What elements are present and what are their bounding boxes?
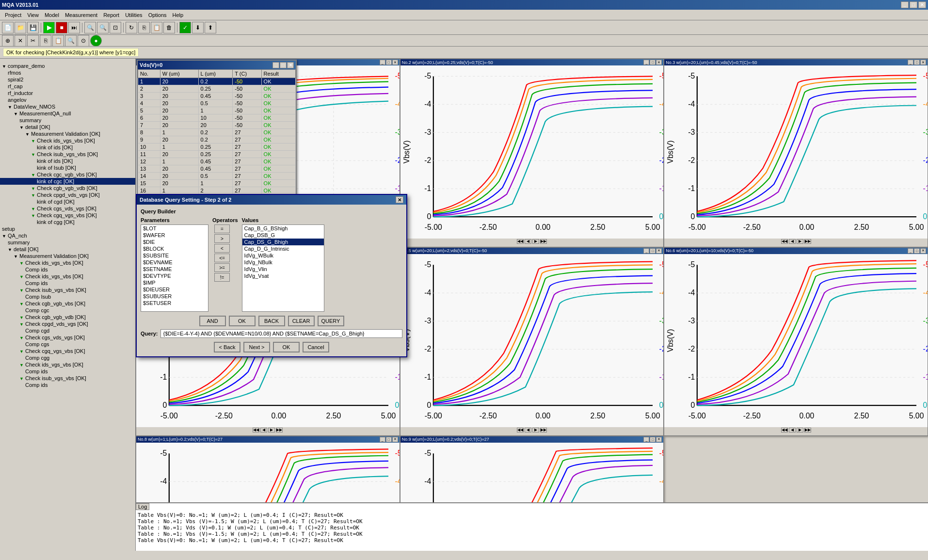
tree-qa-comp-cgs[interactable]: Comp cgs [0, 341, 135, 348]
param-item[interactable]: $DIE [141, 239, 208, 245]
query-btn[interactable]: QUERY [318, 316, 344, 326]
tree-qa-detail[interactable]: ▼ detail [OK] [0, 246, 135, 253]
tree-qa-check-ids3[interactable]: ▼ Check ids_vgs_vbs [OK] [0, 361, 135, 368]
graph-7-close[interactable]: ✕ [392, 437, 398, 442]
run-btn[interactable]: ▶ [43, 22, 55, 33]
fit-btn[interactable]: ⊡ [110, 22, 121, 33]
graph-2-next-next[interactable]: ▶▶ [540, 239, 547, 244]
value-item[interactable]: IdVg_WBulk [242, 252, 324, 259]
tb2-btn1[interactable]: ⊕ [2, 35, 14, 47]
check-btn[interactable]: ✓ [179, 22, 191, 33]
tree-qa-check-ids2[interactable]: ▼ Check ids_vgs_vbs [OK] [0, 273, 135, 280]
tree-qa-check-ids[interactable]: ▼ Check ids_vgs_vbs [OK] [0, 259, 135, 266]
tree-rfmos[interactable]: rfmos [0, 69, 135, 76]
table-row[interactable]: 13200.4527OK [138, 165, 296, 173]
graph-6-next[interactable]: ▶ [797, 428, 803, 432]
tree-kink-cgd[interactable]: kink of cgd [OK] [0, 198, 135, 205]
menu-help[interactable]: Help [170, 11, 187, 19]
dialog-ok-btn[interactable]: OK [273, 342, 300, 352]
operator-btn[interactable]: != [214, 273, 230, 282]
tb2-btn8[interactable]: ● [90, 35, 102, 47]
tree-qa-check-cgq[interactable]: ▼ Check cgq_vgs_vbs [OK] [0, 348, 135, 354]
table-row[interactable]: 1210.4527OK [138, 158, 296, 165]
graph-3-prev-prev[interactable]: ◀◀ [781, 239, 788, 244]
graph-5-prev-prev[interactable]: ◀◀ [517, 428, 524, 432]
menu-model[interactable]: Model [42, 11, 62, 19]
tree-kink-cgg[interactable]: kink of cgg [OK] [0, 219, 135, 225]
param-item[interactable]: $SUBSITE [141, 252, 208, 259]
tree-detail[interactable]: ▼ detail [OK] [0, 124, 135, 130]
tree-summary[interactable]: summary [0, 117, 135, 124]
tree-spiral2[interactable]: spiral2 [0, 76, 135, 83]
tree-kink-ids1[interactable]: kink of ids [OK] [0, 144, 135, 151]
tree-kink-ids2[interactable]: kink of ids [OK] [0, 158, 135, 164]
tb2-btn6[interactable]: 🔍 [65, 35, 77, 47]
graph-6-min[interactable]: _ [908, 248, 913, 254]
tree-mqa-null[interactable]: ▼ MeasurementQA_null [0, 110, 135, 117]
operator-btn[interactable]: > [214, 234, 230, 243]
table-row[interactable]: 2200.25-50OK [138, 85, 296, 93]
tree-qa-nch[interactable]: ▼ QA_nch [0, 232, 135, 239]
save-btn[interactable]: 💾 [27, 22, 39, 33]
export-btn[interactable]: ⬆ [205, 22, 216, 33]
param-item[interactable]: $DEVTYPE [141, 272, 208, 279]
table-row[interactable]: 11200.2527OK [138, 151, 296, 158]
menu-measurement[interactable]: Measurement [62, 11, 100, 19]
tree-qa-comp-cgc[interactable]: Comp cgc [0, 307, 135, 314]
and-btn[interactable]: AND [199, 316, 226, 326]
paste-btn[interactable]: 📋 [151, 22, 162, 33]
clear-btn[interactable]: CLEAR [288, 316, 315, 326]
table-row[interactable]: 72020-50OK [138, 122, 296, 129]
tree-qa-comp-cgd[interactable]: Comp cgd [0, 327, 135, 334]
graph-3-close[interactable]: ✕ [920, 60, 926, 65]
graph-5-min[interactable]: _ [643, 248, 649, 254]
operator-btn[interactable]: = [214, 224, 230, 233]
graph-5-prev[interactable]: ◀ [525, 428, 531, 432]
tree-qa-comp-isub[interactable]: Comp Isub [0, 293, 135, 300]
menu-report[interactable]: Report [100, 11, 122, 19]
back-btn[interactable]: < Back [214, 342, 240, 352]
table-max-btn[interactable]: □ [280, 62, 287, 68]
graph-3-next[interactable]: ▶ [797, 239, 803, 244]
tree-qa-summary[interactable]: summary [0, 239, 135, 246]
param-item[interactable]: $SUBUSER [141, 293, 208, 300]
value-item[interactable]: IdVg_Vlin [242, 266, 324, 272]
tree-kink-cgc[interactable]: kink of cgc [OK] [0, 178, 135, 185]
param-item[interactable]: $DIEUSER [141, 286, 208, 293]
operator-btn[interactable]: <= [214, 254, 230, 262]
table-row[interactable]: 4200.5-50OK [138, 100, 296, 107]
tree-setup[interactable]: setup [0, 225, 135, 232]
tree-rf-cap[interactable]: rf_cap [0, 83, 135, 90]
graph-2-prev-prev[interactable]: ◀◀ [517, 239, 524, 244]
table-row[interactable]: 5201-50OK [138, 107, 296, 114]
menu-view[interactable]: View [24, 11, 42, 19]
tree-rf-inductor[interactable]: rf_inductor [0, 90, 135, 96]
step-btn[interactable]: ⏭ [68, 22, 80, 33]
param-item[interactable]: $SETUSER [141, 300, 208, 306]
tb2-btn3[interactable]: ✂ [27, 35, 39, 47]
graph-5-close[interactable]: ✕ [656, 248, 662, 254]
back-inline-btn[interactable]: BACK [258, 316, 285, 326]
tb2-btn2[interactable]: ✕ [15, 35, 26, 47]
table-row[interactable]: 3200.45-50OK [138, 93, 296, 100]
graph-8-min[interactable]: _ [643, 437, 649, 442]
zoom-in-btn[interactable]: 🔍 [84, 22, 96, 33]
table-row[interactable]: 161227OK [138, 187, 296, 194]
graph-4-prev-prev[interactable]: ◀◀ [253, 428, 259, 432]
tree-dataview-nmos[interactable]: ▼ DataView_NMOS [0, 103, 135, 110]
table-row[interactable]: 9200.227OK [138, 136, 296, 144]
value-item[interactable]: Cap_DSB_G [242, 232, 324, 239]
table-row[interactable]: 1200.2-50OK [138, 78, 296, 85]
table-row[interactable]: 1010.2527OK [138, 144, 296, 151]
table-row[interactable]: 810.227OK [138, 129, 296, 136]
table-min-btn[interactable]: _ [272, 62, 279, 68]
params-list[interactable]: $LOT$WAFER$DIE$BLOCK$SUBSITE$DEVNAME$SET… [141, 224, 208, 312]
tree-qa-comp-ids3[interactable]: Comp ids [0, 368, 135, 375]
tb2-btn4[interactable]: ⎘ [40, 35, 51, 47]
tree-angelov[interactable]: angelov [0, 96, 135, 103]
zoom-out-btn[interactable]: 🔍 [97, 22, 109, 33]
graph-2-prev[interactable]: ◀ [525, 239, 531, 244]
graph-4-prev[interactable]: ◀ [260, 428, 267, 432]
param-item[interactable]: $BLOCK [141, 245, 208, 252]
graph-3-max[interactable]: □ [914, 60, 920, 65]
